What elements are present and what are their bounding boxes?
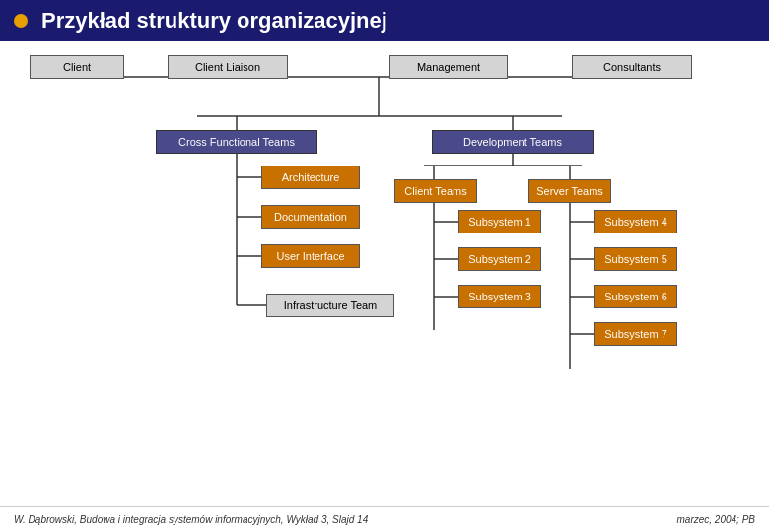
management-node: Management [389,55,508,79]
subsystem4-node: Subsystem 4 [594,210,677,233]
subsystem3-node: Subsystem 3 [458,285,541,308]
client-liaison-node: Client Liaison [168,55,288,79]
subsystem6-node: Subsystem 6 [594,285,677,308]
footer: W. Dąbrowski, Budowa i integracja system… [0,506,769,532]
subsystem2-node: Subsystem 2 [458,247,541,271]
architecture-node: Architecture [261,166,360,189]
subsystem1-node: Subsystem 1 [458,210,541,233]
page-title: Przykład struktury organizacyjnej [41,8,387,33]
cross-functional-node: Cross Functional Teams [156,130,317,154]
server-teams-node: Server Teams [528,179,611,203]
subsystem7-node: Subsystem 7 [594,322,677,346]
header: Przykład struktury organizacyjnej [0,0,769,41]
documentation-node: Documentation [261,205,360,229]
subsystem5-node: Subsystem 5 [594,247,677,271]
client-teams-node: Client Teams [394,179,477,203]
org-chart: Client Client Liaison Management Consult… [10,49,759,473]
client-node: Client [30,55,124,79]
content-area: Client Client Liaison Management Consult… [0,41,769,493]
footer-left: W. Dąbrowski, Budowa i integracja system… [14,514,368,525]
infrastructure-node: Infrastructure Team [266,294,394,317]
consultants-node: Consultants [572,55,692,79]
development-teams-node: Development Teams [432,130,594,154]
user-interface-node: User Interface [261,244,360,268]
header-bullet [14,14,28,28]
footer-right: marzec, 2004; PB [677,514,755,525]
